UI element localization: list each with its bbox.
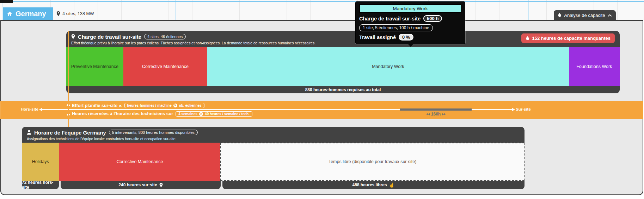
workload-panel-badge: 4 sites, 46 éoliennes <box>144 34 186 39</box>
offsite-hours-footer: 72 heures hors-site <box>22 181 59 189</box>
effort-formula-badge: heures-hommes / machine ✕ nb. éoliennes <box>124 103 204 108</box>
map-pin-icon <box>56 11 60 16</box>
team-panel-badge: 5 intervenants, 800 heures-hommes dispon… <box>109 130 198 135</box>
region-stats-text: 4 sites, 138 MW <box>62 11 94 16</box>
timeline-progress-line <box>0 1 644 2</box>
flow-band: Hors-site Sur-site Effort planifié sur-s… <box>0 101 643 119</box>
workload-panel-header: Charge de travail sur-site 4 sites, 46 é… <box>66 31 620 47</box>
onsite-hours-footer: 240 heures sur-site <box>61 181 221 189</box>
badge-term: nb. éoliennes <box>179 104 202 107</box>
flame-icon <box>526 36 529 41</box>
tooltip-assigned-label: Travail assigné <box>359 35 396 40</box>
region-name: Germany <box>16 10 46 18</box>
capacity-analysis-label: Analyse de capacité <box>564 13 605 18</box>
footer-label: 240 heures sur-site <box>118 182 157 187</box>
segment-label: Mandatory Work <box>372 64 404 69</box>
team-footers: 72 heures hors-site 240 heures sur-site … <box>22 181 525 189</box>
hours-formula-text: Heures réservées à l'horaire des technic… <box>72 111 173 116</box>
workload-total: 880 heures-hommes requises au total <box>66 86 620 93</box>
team-panel-title: Horaire de l'équipe Germany <box>34 130 106 136</box>
segment-label: Preventive Maintenance <box>71 64 118 69</box>
timeline-header <box>0 0 644 20</box>
workload-segment-corrective[interactable]: Corrective Maintenance <box>123 47 208 86</box>
region-stats: 4 sites, 138 MW <box>56 11 94 17</box>
tooltip-assigned-value: 0 % <box>399 34 413 41</box>
arrow-left-icon <box>39 108 42 111</box>
tooltip-caret <box>408 44 413 47</box>
measure-value: 160h <box>431 112 441 117</box>
site-connector-line <box>68 31 69 127</box>
effort-formula-text: Effort planifié sur-site ∝ <box>72 103 122 108</box>
onsite-label: Sur-site <box>516 107 531 111</box>
offsite-label: Hors-site <box>21 107 38 111</box>
capacity-analysis-toggle[interactable]: Analyse de capacité <box>554 10 616 20</box>
footer-label: 72 heures hors-site <box>22 180 59 190</box>
badge-term: 4 semaines <box>178 112 197 116</box>
measure-arrow-left-icon: ↤ <box>426 112 431 117</box>
team-block-free-time[interactable]: Temps libre (disponible pour travaux sur… <box>220 143 525 181</box>
arrow-right-icon <box>512 108 515 111</box>
workload-panel: Charge de travail sur-site 4 sites, 46 é… <box>66 31 620 93</box>
region-breadcrumb[interactable]: Germany <box>3 7 53 20</box>
tooltip-workload-value: 500 h <box>423 15 442 22</box>
segment-label: Corrective Maintenance <box>142 64 189 69</box>
workload-segment-foundations[interactable]: Foundations Work <box>569 47 620 86</box>
hours-formula-badge: 4 semaines ✕ 40 heures / semaine / tech. <box>176 111 252 117</box>
team-panel-header: Horaire de l'équipe Germany 5 intervenan… <box>22 127 525 143</box>
free-hours-footer: 488 heures libres ☝ <box>222 181 525 189</box>
team-schedule-panel: Horaire de l'équipe Germany 5 intervenan… <box>22 127 525 189</box>
hours-formula-row: Heures réservées à l'horaire des technic… <box>72 111 252 117</box>
segment-label: Foundations Work <box>576 64 612 69</box>
map-pin-icon <box>71 34 75 39</box>
team-block-holidays[interactable]: Holidays <box>22 143 59 181</box>
workload-bar: Preventive Maintenance Corrective Mainte… <box>66 47 620 86</box>
segment-label: Temps libre (disponible pour travaux sur… <box>329 159 416 164</box>
measure-label: ↤ 160h ↦ <box>400 112 472 117</box>
measure-arrow-right-icon: ↦ <box>441 112 445 117</box>
team-block-corrective[interactable]: Corrective Maintenance <box>59 143 221 181</box>
badge-term: 40 heures / semaine / tech. <box>205 112 250 116</box>
home-icon <box>7 11 12 17</box>
timeline-start-marker <box>0 0 13 3</box>
segment-label: Corrective Maintenance <box>116 159 163 164</box>
workload-segment-mandatory[interactable]: Mandatory Work <box>207 47 569 86</box>
missing-capacity-label: 152 heures de capacité manquantes <box>532 36 611 41</box>
workload-panel-title: Charge de travail sur-site <box>78 34 141 40</box>
tooltip-detail: 1 site, 5 éoliennes, 100 h / machine <box>359 24 433 31</box>
effort-formula-row: Effort planifié sur-site ∝ heures-hommes… <box>72 102 204 108</box>
team-panel-subtitle: Assignations des techniciens de l'équipe… <box>27 137 520 141</box>
team-schedule-bar: Holidays Corrective Maintenance Temps li… <box>22 143 525 181</box>
badge-term: heures-hommes / machine <box>127 104 172 107</box>
footer-label: 488 heures libres <box>352 182 387 187</box>
hand-pointer-icon: ☝ <box>389 183 395 187</box>
measure-segment <box>400 108 472 111</box>
multiply-icon: ✕ <box>173 104 177 107</box>
missing-capacity-button[interactable]: 152 heures de capacité manquantes <box>521 33 615 43</box>
workload-segment-preventive[interactable]: Preventive Maintenance <box>66 47 123 86</box>
tooltip-workload-label: Charge de travail sur-site <box>359 16 421 21</box>
flame-icon <box>558 13 562 18</box>
segment-label: Holidays <box>32 159 49 164</box>
chevron-up-icon <box>608 14 612 17</box>
person-icon <box>27 130 31 135</box>
multiply-icon: ✕ <box>199 112 203 116</box>
tooltip-title: Mandatory Work <box>359 4 461 13</box>
map-pin-icon <box>159 183 163 187</box>
segment-tooltip: Mandatory Work Charge de travail sur-sit… <box>355 1 465 44</box>
